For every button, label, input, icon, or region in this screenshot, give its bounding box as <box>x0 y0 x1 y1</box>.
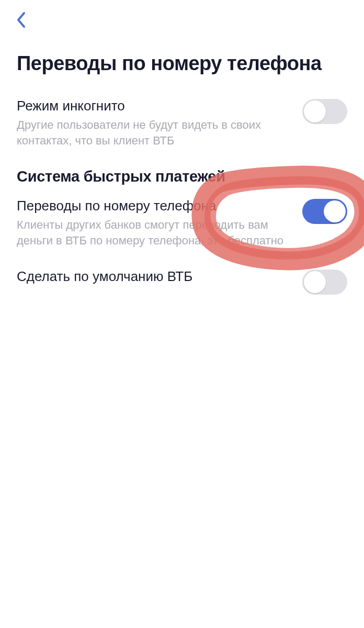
back-button[interactable] <box>10 10 31 31</box>
setting-phone-transfers-content: Переводы по номеру телефона Клиенты друг… <box>17 198 302 248</box>
setting-phone-transfers-description: Клиенты других банков смогут переводить … <box>17 217 292 248</box>
toggle-knob <box>304 100 326 122</box>
setting-phone-transfers: Переводы по номеру телефона Клиенты друг… <box>17 198 347 248</box>
setting-incognito-content: Режим инкогнито Другие пользователи не б… <box>17 98 302 148</box>
section-header-sbp: Система быстрых платежей <box>17 168 347 185</box>
toggle-knob <box>304 271 326 293</box>
setting-default-vtb: Сделать по умолчанию ВТБ <box>17 268 347 295</box>
settings-list: Режим инкогнито Другие пользователи не б… <box>0 75 364 295</box>
setting-default-vtb-content: Сделать по умолчанию ВТБ <box>17 268 302 288</box>
setting-incognito-description: Другие пользователи не будут видеть в св… <box>17 117 292 148</box>
page-title: Переводы по номеру телефона <box>0 0 364 75</box>
setting-incognito: Режим инкогнито Другие пользователи не б… <box>17 98 347 148</box>
setting-incognito-title: Режим инкогнито <box>17 98 292 114</box>
toggle-incognito[interactable] <box>302 99 347 124</box>
toggle-default-vtb[interactable] <box>302 270 347 295</box>
toggle-knob <box>324 200 346 222</box>
setting-phone-transfers-title: Переводы по номеру телефона <box>17 198 292 214</box>
toggle-phone-transfers[interactable] <box>302 199 347 224</box>
setting-default-vtb-title: Сделать по умолчанию ВТБ <box>17 268 292 285</box>
chevron-left-icon <box>16 12 26 30</box>
